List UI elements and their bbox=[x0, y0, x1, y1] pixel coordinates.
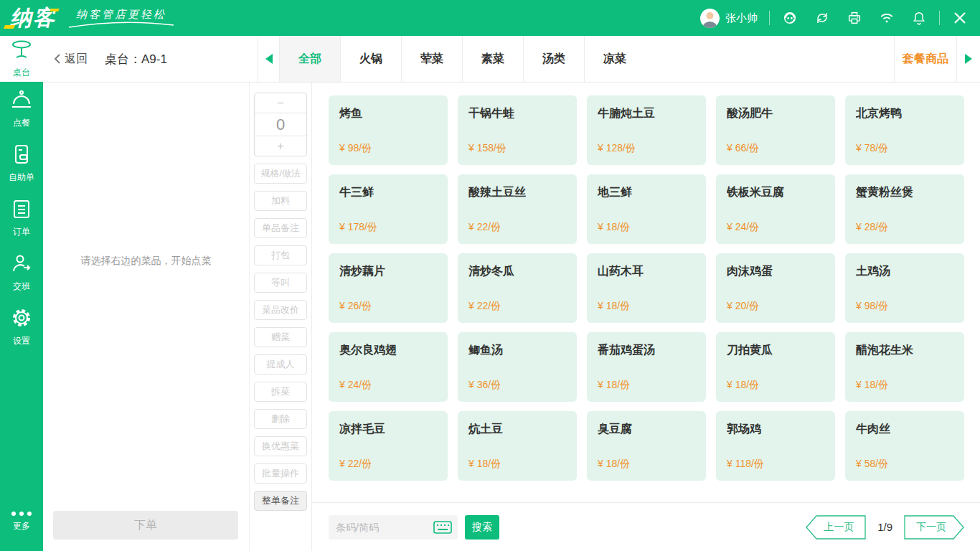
menu-item[interactable]: 牛三鲜¥ 178/份 bbox=[329, 174, 448, 244]
menu-item-name: 北京烤鸭 bbox=[856, 106, 954, 121]
prev-page-button[interactable]: 上一页 bbox=[806, 515, 866, 540]
menu-item-price: ¥ 98/份 bbox=[856, 300, 954, 313]
action-spec-button[interactable]: 规格/做法 bbox=[254, 164, 307, 184]
menu-item-price: ¥ 18/份 bbox=[856, 379, 954, 392]
menu-item[interactable]: 干锅牛蛙¥ 158/份 bbox=[458, 95, 577, 165]
menu-item-price: ¥ 158/份 bbox=[468, 142, 567, 155]
search-button[interactable]: 搜索 bbox=[465, 515, 499, 540]
sidebar-item-settings[interactable]: 设置 bbox=[0, 300, 43, 354]
action-split-dish-button[interactable]: 拆菜 bbox=[254, 382, 307, 402]
printer-icon[interactable] bbox=[846, 9, 863, 27]
action-swap-discount-button[interactable]: 换优惠菜 bbox=[254, 436, 307, 456]
menu-item[interactable]: 酸汤肥牛¥ 66/份 bbox=[716, 95, 835, 165]
keyboard-icon[interactable] bbox=[432, 521, 452, 534]
sidebar-item-shift[interactable]: 交班 bbox=[0, 245, 43, 300]
tab-cold[interactable]: 凉菜 bbox=[584, 36, 645, 82]
menu-item[interactable]: 肉沫鸡蛋¥ 20/份 bbox=[716, 253, 835, 323]
menu-item[interactable]: 牛腩炖土豆¥ 128/份 bbox=[587, 95, 706, 165]
menu-item-price: ¥ 22/份 bbox=[339, 458, 438, 471]
menu-item-name: 酸辣土豆丝 bbox=[468, 185, 567, 200]
menu-item[interactable]: 地三鲜¥ 18/份 bbox=[587, 174, 706, 244]
menu-item-price: ¥ 128/份 bbox=[598, 142, 696, 155]
menu-item[interactable]: 刀拍黄瓜¥ 18/份 bbox=[716, 332, 835, 402]
sidebar-item-self-order[interactable]: 自助单 bbox=[0, 136, 43, 191]
menu-item-name: 烤鱼 bbox=[339, 106, 438, 121]
menu-item[interactable]: 清炒藕片¥ 26/份 bbox=[329, 253, 448, 323]
menu-item[interactable]: 凉拌毛豆¥ 22/份 bbox=[329, 411, 448, 481]
menu-item[interactable]: 臭豆腐¥ 18/份 bbox=[587, 411, 706, 481]
sidebar-item-order-food[interactable]: 点餐 bbox=[0, 82, 43, 136]
menu-item[interactable]: 炕土豆¥ 18/份 bbox=[458, 411, 577, 481]
quantity-minus-button[interactable]: − bbox=[255, 93, 306, 113]
action-delete-button[interactable]: 删除 bbox=[254, 409, 307, 429]
action-batch-button[interactable]: 批量操作 bbox=[254, 463, 307, 484]
category-scroll-right[interactable] bbox=[957, 36, 980, 82]
menu-item[interactable]: 鲫鱼汤¥ 36/份 bbox=[458, 332, 577, 402]
menu-item[interactable]: 烤鱼¥ 98/份 bbox=[329, 95, 448, 165]
tab-all[interactable]: 全部 bbox=[279, 36, 340, 82]
menu-item-price: ¥ 178/份 bbox=[339, 221, 438, 234]
menu-item-name: 鲫鱼汤 bbox=[468, 343, 567, 358]
support-icon[interactable] bbox=[781, 9, 798, 27]
menu-item[interactable]: 蟹黄粉丝煲¥ 28/份 bbox=[845, 174, 964, 244]
submit-order-button[interactable]: 下单 bbox=[53, 511, 238, 540]
menu-item-name: 酸汤肥牛 bbox=[727, 106, 825, 121]
menu-item-name: 奥尔良鸡翅 bbox=[339, 343, 438, 358]
sidebar-item-tables[interactable]: 桌台 bbox=[0, 36, 43, 82]
self-order-icon bbox=[11, 143, 32, 168]
bell-icon[interactable] bbox=[910, 9, 928, 27]
menu-item[interactable]: 郭场鸡¥ 118/份 bbox=[716, 411, 835, 481]
action-takeout-button[interactable]: 打包 bbox=[254, 245, 307, 265]
action-change-price-button[interactable]: 菜品改价 bbox=[254, 300, 307, 320]
close-icon[interactable] bbox=[951, 9, 969, 27]
menu-item-price: ¥ 18/份 bbox=[598, 379, 696, 392]
menu-item-price: ¥ 18/份 bbox=[598, 221, 696, 234]
barcode-input[interactable] bbox=[336, 522, 432, 533]
menu-item-price: ¥ 28/份 bbox=[856, 221, 954, 234]
menu-item-price: ¥ 24/份 bbox=[339, 379, 438, 392]
more-dots-icon bbox=[11, 512, 32, 516]
tab-hotpot[interactable]: 火锅 bbox=[340, 36, 401, 82]
action-item-note-button[interactable]: 单品备注 bbox=[254, 218, 307, 238]
menu-item-name: 番茄鸡蛋汤 bbox=[598, 343, 696, 358]
back-button[interactable]: 返回 bbox=[43, 36, 96, 82]
menu-item[interactable]: 酸辣土豆丝¥ 22/份 bbox=[458, 174, 577, 244]
menu-item-price: ¥ 18/份 bbox=[598, 458, 696, 471]
sidebar-item-orders[interactable]: 订单 bbox=[0, 191, 43, 245]
user-account[interactable]: 张小帅 bbox=[700, 9, 758, 28]
menu-item[interactable]: 番茄鸡蛋汤¥ 18/份 bbox=[587, 332, 706, 402]
action-add-ingredient-button[interactable]: 加料 bbox=[254, 191, 307, 211]
tab-vegetable[interactable]: 素菜 bbox=[462, 36, 523, 82]
action-commission-button[interactable]: 提成人 bbox=[254, 354, 307, 375]
tab-combo[interactable]: 套餐商品 bbox=[894, 36, 957, 82]
menu-item[interactable]: 奥尔良鸡翅¥ 24/份 bbox=[329, 332, 448, 402]
menu-item[interactable]: 北京烤鸭¥ 78/份 bbox=[845, 95, 964, 165]
action-wait-call-button[interactable]: 等叫 bbox=[254, 273, 307, 293]
next-page-button[interactable]: 下一页 bbox=[904, 515, 964, 540]
quantity-value: 0 bbox=[255, 113, 306, 136]
action-gift-dish-button[interactable]: 赠菜 bbox=[254, 327, 307, 347]
wifi-icon[interactable] bbox=[878, 9, 895, 27]
menu-item-price: ¥ 22/份 bbox=[468, 300, 567, 313]
triangle-right-icon bbox=[965, 54, 972, 64]
menu-item[interactable]: 醋泡花生米¥ 18/份 bbox=[845, 332, 964, 402]
menu-item[interactable]: 铁板米豆腐¥ 24/份 bbox=[716, 174, 835, 244]
menu-item[interactable]: 清炒冬瓜¥ 22/份 bbox=[458, 253, 577, 323]
menu-item-name: 干锅牛蛙 bbox=[468, 106, 567, 121]
avatar bbox=[700, 9, 720, 28]
quantity-plus-button[interactable]: + bbox=[255, 136, 306, 156]
sync-icon[interactable] bbox=[814, 9, 831, 27]
barcode-search-field bbox=[329, 515, 458, 540]
tab-soup[interactable]: 汤类 bbox=[523, 36, 584, 82]
menu-item-name: 刀拍黄瓜 bbox=[727, 343, 825, 358]
menu-item[interactable]: 土鸡汤¥ 98/份 bbox=[845, 253, 964, 323]
action-order-note-button[interactable]: 整单备注 bbox=[254, 491, 307, 511]
sidebar: 桌台 点餐 bbox=[0, 36, 43, 551]
tab-meat[interactable]: 荤菜 bbox=[401, 36, 462, 82]
menu-item[interactable]: 山药木耳¥ 18/份 bbox=[587, 253, 706, 323]
category-scroll-left[interactable] bbox=[258, 36, 279, 82]
menu-item-price: ¥ 18/份 bbox=[598, 300, 696, 313]
sidebar-item-more[interactable]: 更多 bbox=[0, 496, 43, 547]
header-divider bbox=[769, 11, 770, 25]
menu-item[interactable]: 牛肉丝¥ 58/份 bbox=[845, 411, 964, 481]
